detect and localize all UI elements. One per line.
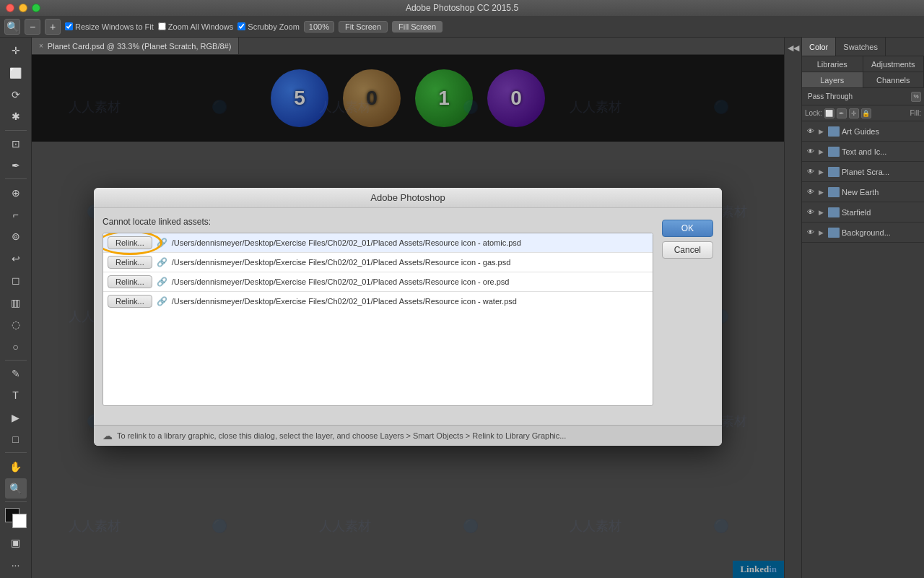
layer-expand-planet-scratch[interactable]: ▶ [819, 168, 826, 176]
zoom-tool-icon[interactable]: 🔍 [4, 19, 20, 35]
fg-bg-swatches[interactable] [5, 508, 27, 528]
crop-tool[interactable]: ⊡ [5, 134, 27, 154]
layers-tab[interactable]: Layers [802, 72, 863, 87]
zoom-tool[interactable]: 🔍 [5, 478, 27, 499]
channels-tab[interactable]: Channels [863, 72, 925, 87]
zoom-all-windows-checkbox[interactable] [158, 22, 166, 30]
panel-collapse-button[interactable]: ◀◀ [786, 40, 801, 55]
lock-all-button[interactable]: 🔒 [861, 108, 871, 118]
scrubby-zoom-checkbox[interactable] [237, 22, 245, 30]
clone-stamp-tool[interactable]: ⊚ [5, 226, 27, 246]
lock-image-button[interactable]: ✒ [837, 108, 847, 118]
layer-new-earth[interactable]: 👁 ▶ New Earth [802, 182, 924, 202]
type-tool[interactable]: T [5, 385, 27, 405]
main-layout: ✛ ⬜ ⟳ ✱ ⊡ ✒ ⊕ ⌐ ⊚ ↩ ◻ ▥ ◌ ○ ✎ T ▶ □ ✋ 🔍 … [0, 38, 924, 578]
zoom-out-button[interactable]: − [25, 19, 40, 35]
resize-windows-checkbox[interactable] [65, 22, 73, 30]
color-swatches-area [5, 508, 27, 528]
layer-expand-background[interactable]: ▶ [819, 229, 826, 236]
eraser-tool[interactable]: ◻ [5, 270, 27, 290]
layer-art-guides[interactable]: 👁 ▶ Art Guides [802, 121, 924, 142]
layer-name-starfield: Starfield [842, 208, 921, 217]
gradient-tool[interactable]: ▥ [5, 293, 27, 313]
relink-button-0[interactable]: Relink... [108, 236, 152, 249]
dodge-tool[interactable]: ○ [5, 336, 27, 356]
layer-eye-new-earth[interactable]: 👁 [805, 186, 816, 198]
dialog-title: Adobe Photoshop [370, 192, 445, 203]
zoom-percent-button[interactable]: 100% [304, 21, 334, 33]
tab-close-icon[interactable]: × [39, 42, 43, 50]
hand-tool[interactable]: ✋ [5, 456, 27, 476]
layers-label: Layers [820, 76, 844, 85]
layer-eye-text-icons[interactable]: 👁 [805, 146, 816, 158]
lock-pixels-button[interactable]: ⬜ [824, 108, 834, 118]
layer-expand-art-guides[interactable]: ▶ [819, 128, 826, 135]
pen-tool[interactable]: ✎ [5, 363, 27, 384]
blur-tool[interactable]: ◌ [5, 314, 27, 335]
libraries-tab[interactable]: Libraries [802, 56, 863, 72]
adjustments-label: Adjustments [871, 60, 915, 69]
minimize-window-button[interactable] [19, 4, 27, 12]
lock-row: Lock: ⬜ ✒ ✛ 🔒 Fill: [802, 105, 924, 121]
relink-button-2[interactable]: Relink... [108, 275, 152, 288]
toolbar-separator-5 [5, 501, 27, 502]
libraries-label: Libraries [817, 60, 847, 69]
layer-planet-scratch[interactable]: 👁 ▶ Planet Scra... [802, 162, 924, 182]
dialog: Adobe Photoshop Cannot locate linked ass… [94, 188, 722, 446]
layer-eye-background[interactable]: 👁 [805, 227, 816, 238]
layer-folder-icon-starfield [828, 207, 840, 217]
layer-eye-starfield[interactable]: 👁 [805, 207, 816, 218]
brush-tool[interactable]: ⌐ [5, 204, 27, 225]
spot-heal-tool[interactable]: ⊕ [5, 182, 27, 202]
blend-mode-label: Pass Through [805, 91, 855, 102]
fit-screen-button[interactable]: Fit Screen [339, 21, 388, 33]
swatches-tab[interactable]: Swatches [836, 38, 886, 56]
layer-expand-new-earth[interactable]: ▶ [819, 189, 826, 196]
layer-starfield[interactable]: 👁 ▶ Starfield [802, 202, 924, 223]
document-tab[interactable]: × Planet Card.psd @ 33.3% (Planet Scratc… [32, 38, 239, 54]
background-swatch[interactable] [12, 514, 27, 528]
layer-expand-text-icons[interactable]: ▶ [819, 148, 826, 155]
zoom-in-button[interactable]: + [45, 19, 61, 35]
adjustments-tab[interactable]: Adjustments [863, 56, 925, 72]
tab-bar: × Planet Card.psd @ 33.3% (Planet Scratc… [32, 38, 784, 55]
toolbar-separator-3 [5, 360, 27, 361]
relink-button-1[interactable]: Relink... [108, 256, 152, 269]
maximize-window-button[interactable] [32, 4, 40, 12]
color-tab-label: Color [809, 43, 828, 51]
magic-wand-tool[interactable]: ✱ [5, 106, 27, 126]
relink-button-3[interactable]: Relink... [108, 295, 152, 308]
shape-tool[interactable]: □ [5, 429, 27, 449]
layer-background[interactable]: 👁 ▶ Background... [802, 223, 924, 243]
layers-list: 👁 ▶ Art Guides 👁 ▶ Text and Ic... 👁 ▶ Pl… [802, 121, 924, 578]
move-tool[interactable]: ✛ [5, 40, 27, 61]
screen-mode-button[interactable]: ▣ [5, 532, 27, 553]
link-icon-0: 🔗 [157, 238, 167, 248]
layer-expand-starfield[interactable]: ▶ [819, 209, 826, 216]
close-window-button[interactable] [6, 4, 14, 12]
toolbar-separator [5, 130, 27, 131]
path-select-tool[interactable]: ▶ [5, 407, 27, 428]
color-tab[interactable]: Color [802, 38, 836, 56]
title-bar: Adobe Photoshop CC 2015.5 [0, 0, 924, 16]
dialog-footer: ☁ To relink to a library graphic, close … [94, 425, 722, 446]
zoom-all-windows-label: Zoom All Windows [168, 22, 233, 31]
layer-eye-planet-scratch[interactable]: 👁 [805, 166, 816, 178]
layer-eye-art-guides[interactable]: 👁 [805, 126, 816, 137]
lock-position-button[interactable]: ✛ [849, 108, 859, 118]
fill-screen-button[interactable]: Fill Screen [392, 21, 443, 33]
layer-name-art-guides: Art Guides [842, 127, 921, 136]
relink-btn-0-wrapper: Relink... [108, 236, 152, 249]
ok-button[interactable]: OK [662, 220, 713, 237]
history-brush-tool[interactable]: ↩ [5, 249, 27, 269]
opacity-field[interactable]: % [911, 92, 921, 102]
eyedropper-tool[interactable]: ✒ [5, 155, 27, 176]
channels-label: Channels [876, 76, 910, 85]
extra-tools-button[interactable]: ··· [5, 555, 27, 575]
cancel-button[interactable]: Cancel [662, 241, 713, 259]
marquee-tool[interactable]: ⬜ [5, 62, 27, 82]
layer-text-icons[interactable]: 👁 ▶ Text and Ic... [802, 142, 924, 162]
lasso-tool[interactable]: ⟳ [5, 85, 27, 105]
dialog-overlay: Adobe Photoshop Cannot locate linked ass… [32, 55, 784, 578]
panel-icon-strip: ◀◀ [784, 38, 801, 578]
